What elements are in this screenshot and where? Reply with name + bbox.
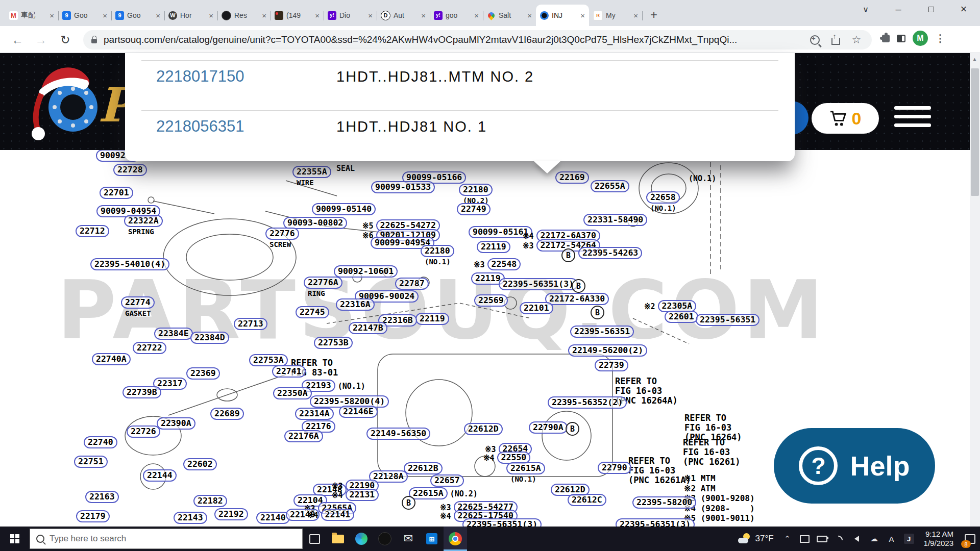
part-label-22689[interactable]: 22689 [210, 408, 244, 420]
tab-車配[interactable]: M車配× [5, 5, 58, 26]
part-number-oval[interactable]: 22602 [183, 458, 217, 470]
url-text[interactable]: partsouq.com/en/catalog/genuine/unit?c=T… [104, 34, 801, 45]
part-number-oval[interactable]: 22657 [430, 474, 464, 487]
weather-widget[interactable]: 37°F [733, 534, 779, 544]
part-label-22179[interactable]: 22179 [76, 510, 110, 522]
part-number-oval[interactable]: 22395-56351(3) [616, 518, 695, 527]
share-icon[interactable] [828, 35, 843, 45]
part-label-22395-56351(3)[interactable]: 22395-56351(3) [616, 518, 695, 527]
cart-button[interactable]: 0 [812, 103, 879, 134]
tab-close-icon[interactable]: × [421, 11, 426, 20]
part-number-link[interactable]: 2218056351 [156, 117, 244, 136]
part-label-22612B[interactable]: 22612B [404, 462, 443, 474]
tab-close-icon[interactable]: × [633, 11, 638, 20]
part-label-22745[interactable]: 22745 [296, 306, 329, 318]
part-number-oval[interactable]: 90099-01533 [371, 181, 435, 193]
part-number-oval[interactable]: 22612C [568, 494, 606, 506]
language-indicator[interactable]: A [883, 527, 900, 551]
part-label-22140[interactable]: 22140 [256, 512, 290, 524]
part-number-oval[interactable]: 22144 [143, 469, 177, 482]
file-explorer-icon[interactable] [326, 527, 350, 551]
part-number-oval[interactable]: 22548 [487, 258, 521, 270]
part-label-22712[interactable]: 22712 [76, 225, 109, 237]
part-label-22350A[interactable]: 22350A [273, 387, 312, 399]
part-number-oval[interactable]: 22776 [265, 228, 299, 240]
part-label-22182[interactable]: 22182 [193, 495, 227, 507]
part-label-22395-56351(3)[interactable]: 22395-56351(3) [499, 278, 578, 290]
part-label-22701[interactable]: 22701 [100, 187, 133, 199]
tab-Dio[interactable]: y!Dio× [324, 5, 377, 26]
chrome-icon[interactable] [444, 527, 467, 551]
part-label-22141[interactable]: ※422141 [307, 509, 354, 521]
part-number-oval[interactable]: 22726 [127, 425, 160, 438]
part-number-link[interactable]: 2218017150 [156, 67, 244, 86]
part-number-oval[interactable]: 22384E [154, 328, 193, 340]
part-number-oval[interactable]: 22701 [100, 187, 133, 199]
close-button[interactable]: × [947, 0, 980, 18]
new-tab-button[interactable]: + [646, 7, 662, 22]
forward-button[interactable]: → [32, 31, 50, 49]
part-number-oval[interactable]: 22787 [395, 278, 429, 290]
part-number-oval[interactable]: 22149-56350 [366, 428, 430, 440]
part-number-oval[interactable]: 22331-58490 [583, 214, 647, 226]
part-number-oval[interactable]: 22658 [646, 191, 680, 204]
part-number-oval[interactable]: 22101 [520, 302, 553, 314]
part-number-oval[interactable]: 22314A [295, 408, 334, 420]
part-number-oval[interactable]: 22776A [304, 277, 342, 289]
part-number-oval[interactable]: 22390A [157, 417, 195, 430]
part-label-22601[interactable]: 22601 [665, 311, 698, 323]
part-label-90099-01533[interactable]: 90099-01533 [371, 181, 435, 193]
tab-search-icon[interactable]: ∨ [849, 0, 882, 18]
part-number-oval[interactable]: 22689 [210, 408, 244, 420]
tab-(149[interactable]: (149× [271, 5, 324, 26]
part-label-22776A[interactable]: 22776ARING [304, 277, 342, 297]
tab-close-icon[interactable]: × [156, 11, 160, 20]
part-number-oval[interactable]: 22749 [457, 203, 491, 215]
part-number-oval[interactable]: 22140 [256, 512, 290, 524]
scrollbar-up-arrow[interactable]: ▲ [972, 56, 977, 62]
part-label-22657[interactable]: 22657 [430, 474, 464, 487]
part-label-22314A[interactable]: 22314A [295, 408, 334, 420]
part-label-22101[interactable]: 22101 [520, 302, 553, 314]
tray-chevron-icon[interactable]: ⌃ [779, 527, 796, 551]
part-label-22612D[interactable]: 22612D [464, 423, 503, 435]
part-label-22316A[interactable]: 22316A [336, 298, 375, 311]
part-label-22395-56351[interactable]: 22395-56351 [570, 325, 634, 338]
part-number-oval[interactable]: 22612D [464, 423, 503, 435]
part-label-22395-54010(4)[interactable]: 22395-54010(4) [90, 258, 169, 270]
part-label-90099-05140[interactable]: 90099-05140 [312, 203, 376, 215]
part-label-22548[interactable]: ※322548 [474, 258, 521, 270]
tab-close-icon[interactable]: × [209, 11, 213, 20]
part-label-22658[interactable]: 22658(NO.1) [646, 191, 680, 212]
volume-icon[interactable] [848, 527, 866, 551]
start-button[interactable] [0, 527, 30, 551]
part-label-22149-56200(2)[interactable]: 22149-56200(2) [568, 344, 647, 357]
part-number-oval[interactable]: 22740 [84, 436, 117, 448]
part-number-oval[interactable]: 22163 [85, 491, 119, 503]
part-label-22384E[interactable]: 22384E [154, 328, 193, 340]
restore-button[interactable] [915, 0, 947, 18]
side-panel-icon[interactable] [897, 35, 905, 42]
extensions-icon[interactable] [882, 35, 890, 42]
part-number-oval[interactable]: 22739B [122, 386, 161, 398]
part-number-oval[interactable]: 22774 [121, 296, 155, 309]
hamburger-menu[interactable] [894, 106, 931, 132]
part-number-oval[interactable]: 22713 [234, 318, 267, 330]
part-label-22655A[interactable]: 22655A [591, 180, 629, 192]
profile-avatar[interactable]: M [913, 31, 928, 46]
part-number-oval[interactable]: 22119 [415, 313, 449, 325]
part-number-oval[interactable]: 22615A [409, 487, 448, 499]
part-number-oval[interactable]: 22790A [529, 421, 568, 434]
part-label-22163[interactable]: 22163 [85, 491, 119, 503]
part-label-22739B[interactable]: 22739B [122, 386, 161, 398]
mail-icon[interactable]: ✉ [397, 527, 420, 551]
part-number-oval[interactable]: 22192 [214, 508, 248, 520]
bookmark-star-icon[interactable]: ☆ [849, 34, 864, 46]
part-number-oval[interactable]: 22384D [190, 332, 229, 344]
tab-close-icon[interactable]: × [50, 11, 54, 20]
part-number-oval[interactable]: 22369 [186, 367, 220, 380]
lock-icon[interactable] [91, 39, 97, 43]
part-label-22180[interactable]: 22180(NO.1) [421, 245, 454, 266]
part-label-22369[interactable]: 22369 [186, 367, 220, 380]
part-label-22790[interactable]: 22790 [598, 462, 631, 474]
